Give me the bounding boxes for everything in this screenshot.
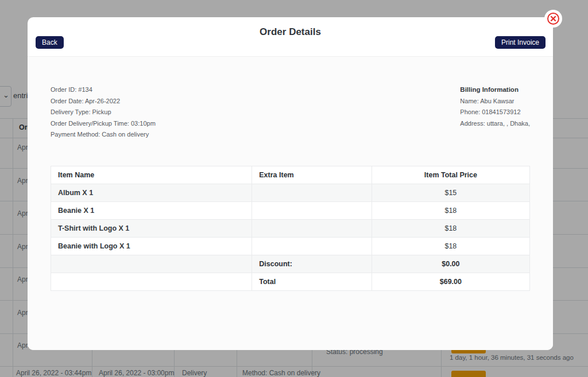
table-row: Album X 1 $15 [51, 184, 530, 201]
close-button[interactable] [544, 10, 562, 28]
discount-label: Discount: [252, 255, 372, 273]
item-name: T-Shirt with Logo X 1 [51, 219, 252, 237]
extra-item [252, 219, 372, 237]
table-row: T-Shirt with Logo X 1 $18 [51, 219, 530, 237]
extra-item [252, 237, 372, 255]
print-invoice-button[interactable]: Print Invoice [495, 36, 546, 49]
order-info-block: Order ID: #134 Order Date: Apr-26-2022 D… [51, 84, 156, 141]
order-date: Order Date: Apr-26-2022 [51, 96, 156, 107]
item-price: $18 [372, 201, 529, 219]
item-name: Album X 1 [51, 184, 252, 201]
summary-row-discount: Discount: $0.00 [51, 255, 530, 273]
table-row: Beanie X 1 $18 [51, 201, 530, 219]
screen: ⌄ entries Order Date April 26, 2022 Apri… [0, 0, 588, 377]
col-extra-item: Extra Item [252, 166, 372, 184]
item-price: $15 [372, 184, 529, 201]
billing-heading: Billing Information [460, 84, 530, 96]
close-icon [547, 13, 559, 25]
discount-value: $0.00 [372, 255, 529, 273]
page-title: Order Details [28, 17, 553, 38]
total-value: $69.00 [372, 273, 529, 290]
col-item-total-price: Item Total Price [372, 166, 529, 184]
table-row: Beanie with Logo X 1 $18 [51, 237, 530, 255]
item-price: $18 [372, 219, 529, 237]
delivery-type: Delivery Type: Pickup [51, 107, 156, 118]
table-header-row: Item Name Extra Item Item Total Price [51, 166, 530, 184]
empty-cell [51, 273, 252, 290]
order-id: Order ID: #134 [51, 84, 156, 96]
empty-cell [51, 255, 252, 273]
summary-row-total: Total $69.00 [51, 273, 530, 290]
payment-method: Payment Method: Cash on delivery [51, 129, 156, 141]
billing-name: Name: Abu Kawsar [460, 96, 530, 107]
item-name: Beanie X 1 [51, 201, 252, 219]
back-button[interactable]: Back [36, 36, 64, 49]
modal-header: Order Details Back Print Invoice [28, 17, 553, 56]
order-items-table: Item Name Extra Item Item Total Price Al… [51, 166, 530, 291]
item-price: $18 [372, 237, 529, 255]
order-summary-section: Order ID: #134 Order Date: Apr-26-2022 D… [28, 57, 553, 141]
total-label: Total [252, 273, 372, 290]
extra-item [252, 184, 372, 201]
billing-phone: Phone: 01841573912 [460, 107, 530, 118]
pickup-time: Order Delivery/Pickup Time: 03:10pm [51, 118, 156, 130]
item-name: Beanie with Logo X 1 [51, 237, 252, 255]
col-item-name: Item Name [51, 166, 252, 184]
billing-address: Address: uttara, , Dhaka, [460, 118, 530, 130]
extra-item [252, 201, 372, 219]
order-details-modal: Order Details Back Print Invoice Order I… [28, 17, 553, 350]
modal-body: Order ID: #134 Order Date: Apr-26-2022 D… [28, 56, 553, 350]
billing-info-block: Billing Information Name: Abu Kawsar Pho… [460, 84, 530, 141]
